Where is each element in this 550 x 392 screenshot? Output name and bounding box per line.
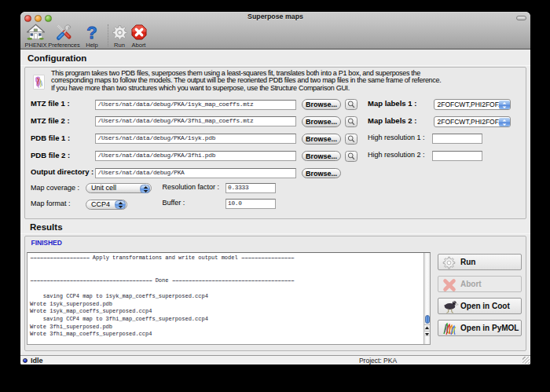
svg-text:?: ?	[86, 24, 97, 42]
